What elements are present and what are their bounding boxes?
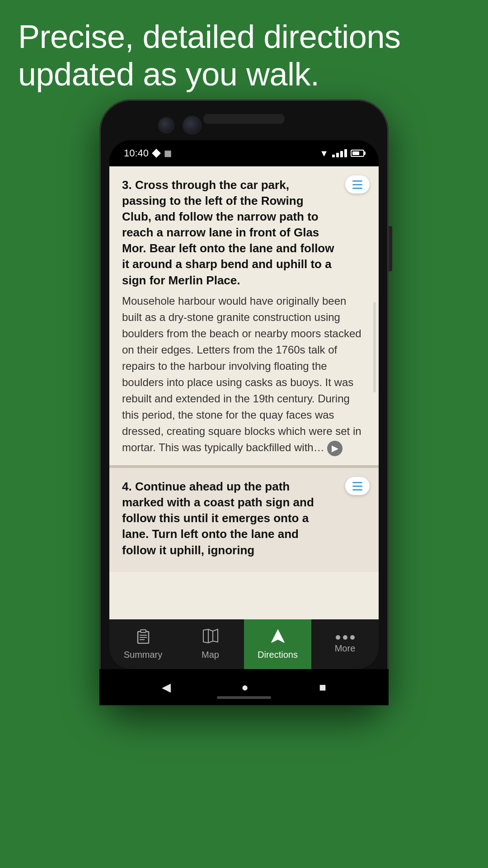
scroll-indicator — [373, 302, 376, 392]
step-3-title: 3. Cross through the car park, passing t… — [122, 177, 366, 288]
diamond-icon — [152, 149, 161, 158]
read-more-icon: ▶ — [327, 441, 343, 456]
speaker-bar — [203, 114, 285, 124]
step-card-4: 4. Continue ahead up the path marked wit… — [109, 468, 379, 571]
hero-text: Precise, detailed directions updated as … — [18, 18, 470, 93]
step-card-3: 3. Cross through the car park, passing t… — [109, 166, 379, 468]
directions-icon — [270, 628, 286, 646]
nav-map[interactable]: Map — [177, 619, 244, 669]
svg-rect-1 — [141, 630, 146, 632]
summary-icon — [136, 628, 151, 646]
map-icon — [202, 628, 219, 646]
step-3-menu-button[interactable] — [345, 175, 370, 193]
battery-icon — [351, 150, 364, 157]
more-icon — [336, 635, 355, 640]
phone-screen: 10:40 ▦ ▼ — [109, 140, 379, 669]
nav-summary[interactable]: Summary — [109, 619, 177, 669]
back-button[interactable]: ◀ — [162, 680, 171, 694]
wifi-icon: ▼ — [319, 148, 328, 159]
status-bar: 10:40 ▦ ▼ — [109, 140, 379, 166]
status-left: 10:40 ▦ — [124, 147, 172, 159]
phone-device: 10:40 ▦ ▼ — [99, 99, 389, 705]
recents-button[interactable]: ■ — [319, 680, 326, 694]
directions-label: Directions — [258, 650, 298, 660]
menu-icon-2 — [352, 482, 362, 491]
camera-lens-1 — [158, 117, 174, 133]
menu-icon — [352, 180, 362, 189]
system-nav-bar: ◀ ● ■ — [99, 669, 389, 705]
step-4-title: 4. Continue ahead up the path marked wit… — [122, 479, 366, 558]
camera-area — [158, 116, 202, 135]
app-content: 3. Cross through the car park, passing t… — [109, 166, 379, 619]
read-more-indicator[interactable]: ▶ — [327, 441, 343, 456]
power-button — [389, 226, 392, 271]
svg-marker-5 — [203, 629, 218, 643]
status-right: ▼ — [319, 148, 364, 159]
summary-label: Summary — [124, 650, 163, 660]
phone-shell: 10:40 ▦ ▼ — [99, 99, 389, 705]
signal-icon — [332, 149, 347, 157]
home-bar — [217, 696, 271, 699]
bottom-navigation: Summary Map — [109, 619, 379, 669]
camera-lens-2 — [183, 116, 202, 135]
more-label: More — [335, 643, 356, 654]
nav-directions[interactable]: Directions — [244, 619, 311, 669]
nav-more[interactable]: More — [311, 619, 379, 669]
status-time: 10:40 — [124, 147, 149, 159]
step-4-menu-button[interactable] — [345, 477, 370, 495]
home-button[interactable]: ● — [241, 680, 249, 694]
calendar-icon: ▦ — [164, 148, 172, 158]
map-label: Map — [202, 650, 219, 660]
step-3-body: Mousehole harbour would have originally … — [122, 293, 366, 457]
